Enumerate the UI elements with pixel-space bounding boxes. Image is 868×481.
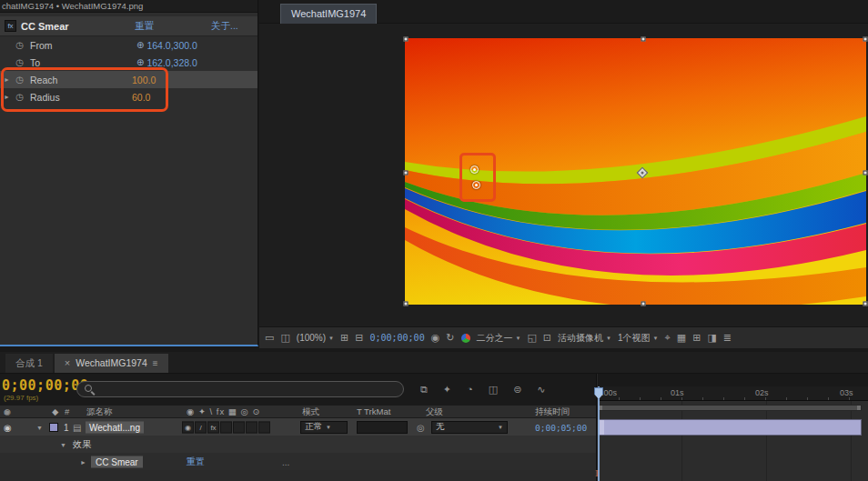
fast-preview-icon[interactable]: ▦	[677, 332, 686, 344]
layer-visibility-icon[interactable]: ◉	[4, 422, 12, 432]
selection-handle[interactable]	[641, 302, 646, 306]
selection-handle[interactable]	[641, 37, 646, 42]
resolution-dropdown[interactable]: 二分之一 ▼	[477, 332, 521, 345]
effect-enabled-toggle[interactable]: fx	[5, 20, 16, 32]
blend-mode-dropdown[interactable]: 正常 ▼	[300, 421, 348, 434]
label-column-icon[interactable]: ◆	[52, 406, 58, 416]
layer-label-chip[interactable]	[49, 423, 58, 432]
twirl-closed-icon[interactable]: ►	[0, 94, 14, 100]
parent-column-header[interactable]: 父级	[426, 406, 443, 418]
smear-from-point[interactable]	[470, 165, 479, 174]
show-snapshot-icon[interactable]: ↻	[446, 332, 454, 344]
layer-duration[interactable]: 0;00;05;00	[535, 422, 587, 432]
effects-twirl-icon[interactable]: ▼	[56, 441, 70, 447]
composition-image[interactable]	[405, 38, 866, 305]
viewer-tab[interactable]: WechatIMG1974	[280, 4, 377, 24]
selection-handle[interactable]	[863, 171, 868, 175]
draft-3d-icon[interactable]: ✦	[443, 384, 451, 396]
effect-about-link[interactable]: 关于...	[211, 20, 238, 33]
source-name-column-header[interactable]: 源名称	[86, 406, 113, 418]
effect-instance-row[interactable]: ► CC Smear 重置 ...	[0, 453, 596, 470]
layer-switches[interactable]: ◉ / fx	[182, 421, 270, 433]
timecode-block[interactable]: 0;00;00;00 (29.97 fps)	[0, 377, 76, 402]
current-time-indicator-line[interactable]	[598, 386, 600, 481]
selection-handle[interactable]	[404, 171, 409, 175]
property-row-radius[interactable]: ► ◷ Radius 60.0	[0, 88, 257, 105]
smear-to-point[interactable]	[472, 181, 480, 189]
stopwatch-icon[interactable]: ◷	[14, 75, 25, 85]
twirl-closed-icon[interactable]: ►	[0, 76, 14, 83]
effect-reset-link-timeline[interactable]: 重置	[187, 456, 205, 468]
selection-handle[interactable]	[404, 37, 409, 42]
property-row-from[interactable]: ◷ From ⊕ 164.0,300.0	[0, 36, 257, 54]
tab-comp-1[interactable]: 合成 1	[5, 354, 53, 373]
viewer-timecode[interactable]: 0;00;00;00	[369, 333, 424, 343]
layer-switch-empty[interactable]	[258, 421, 270, 433]
work-area-bar[interactable]	[598, 405, 862, 411]
selection-handle[interactable]	[404, 302, 409, 306]
stopwatch-icon[interactable]: ◷	[14, 40, 25, 50]
layer-switch-quality-icon[interactable]: ◉	[182, 421, 194, 433]
selection-handle[interactable]	[863, 302, 868, 306]
safe-margins-icon[interactable]: ⊟	[355, 332, 363, 344]
mini-flowchart-icon[interactable]: ⧉	[420, 384, 428, 396]
effect-point-icon[interactable]: ⊕	[136, 57, 144, 67]
current-timecode[interactable]: 0;00;00;00	[2, 377, 76, 394]
effect-twirl-icon[interactable]: ►	[76, 458, 90, 465]
property-value-reach[interactable]: 100.0	[132, 75, 156, 85]
track-area[interactable]: I I	[598, 401, 868, 481]
flowchart-button-icon[interactable]: ◨	[707, 332, 716, 344]
effects-group-row[interactable]: ▼ 效果	[0, 436, 596, 453]
property-row-reach[interactable]: ► ◷ Reach 100.0	[0, 71, 257, 88]
layer-switch-slash-icon[interactable]: /	[195, 421, 207, 433]
tab-footage[interactable]: × WechatIMG1974 ≡	[55, 354, 168, 373]
layer-switch-fx-icon[interactable]: fx	[207, 421, 219, 433]
layer-name[interactable]: WechatI...ng	[86, 421, 144, 433]
lock-column-icon[interactable]: ⊙	[4, 407, 14, 416]
property-value-from[interactable]: 164.0,300.0	[146, 40, 197, 51]
effect-reset-link[interactable]: 重置	[135, 20, 154, 33]
layer-duration-bar[interactable]	[598, 419, 862, 436]
always-preview-icon[interactable]: ▭	[265, 332, 274, 344]
index-column-header[interactable]: #	[65, 406, 69, 416]
effect-point-icon[interactable]: ⊕	[136, 40, 144, 50]
effect-controls-panel-tab[interactable]: chatIMG1974 • WechatIMG1974.png	[0, 0, 257, 13]
view-layout-dropdown[interactable]: 1个视图 ▼	[618, 332, 659, 345]
snapshot-icon[interactable]: ◉	[431, 332, 440, 344]
stopwatch-icon[interactable]: ◷	[14, 92, 25, 102]
panel-menu-icon[interactable]: ≡	[153, 354, 158, 373]
property-value-radius[interactable]: 60.0	[132, 92, 150, 103]
transparency-grid-icon[interactable]: ⊡	[543, 332, 551, 344]
layer-switch-empty[interactable]	[233, 421, 245, 433]
composition-canvas-area[interactable]	[259, 25, 868, 326]
effect-instance-name[interactable]: CC Smear	[91, 456, 143, 467]
exposure-icon[interactable]: ≣	[723, 332, 732, 344]
effect-header-row[interactable]: fx CC Smear 重置 关于...	[0, 16, 257, 36]
parent-dropdown[interactable]: 无 ▼	[431, 421, 508, 434]
close-tab-icon[interactable]: ×	[65, 354, 70, 373]
timeline-search-input[interactable]	[76, 381, 404, 397]
region-of-interest-icon[interactable]: ◱	[527, 332, 536, 344]
layer-twirl-icon[interactable]: ▼	[33, 424, 46, 430]
camera-dropdown[interactable]: 活动摄像机 ▼	[558, 332, 611, 345]
shy-layers-icon[interactable]: ◔	[467, 384, 473, 396]
layer-row[interactable]: ◉ ▼ 1 ▤ WechatI...ng ◉ / fx	[0, 418, 596, 436]
motion-blur-icon[interactable]: ⊜	[513, 384, 521, 396]
zoom-dropdown[interactable]: (100%) ▼	[297, 333, 334, 343]
timeline-button-icon[interactable]: ⊞	[692, 332, 701, 344]
parent-pickwhip-icon[interactable]: ◎	[417, 422, 425, 432]
duration-column-header[interactable]: 持续时间	[535, 406, 570, 418]
timeline-graph-area[interactable]: :00s 01s 02s 03s I I	[598, 374, 868, 481]
magnification-icon[interactable]: ◫	[280, 332, 289, 344]
show-channels-icon[interactable]	[461, 334, 470, 343]
frame-blend-icon[interactable]: ◫	[489, 384, 498, 396]
pixel-aspect-icon[interactable]: ⌖	[665, 332, 671, 344]
trkmat-dropdown[interactable]	[357, 421, 408, 434]
time-ruler[interactable]: :00s 01s 02s 03s	[598, 386, 868, 401]
mode-column-header[interactable]: 模式	[302, 406, 319, 418]
grid-options-icon[interactable]: ⊞	[340, 332, 348, 344]
stopwatch-icon[interactable]: ◷	[14, 57, 25, 67]
property-row-to[interactable]: ◷ To ⊕ 162.0,328.0	[0, 54, 257, 71]
trkmat-column-header[interactable]: T TrkMat	[357, 406, 390, 416]
layer-switch-empty[interactable]	[220, 421, 232, 433]
